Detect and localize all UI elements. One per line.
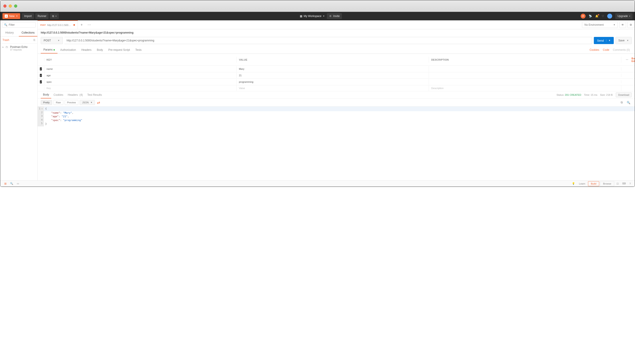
checkbox-checked-icon[interactable]: ✓ xyxy=(40,67,42,70)
req-tab-authorization[interactable]: Authorization xyxy=(58,46,78,53)
chevron-down-icon[interactable]: ▼ xyxy=(627,40,629,42)
find-icon[interactable]: 🔍 xyxy=(8,182,15,185)
view-pretty[interactable]: Pretty xyxy=(41,100,52,105)
unsaved-dot-icon xyxy=(74,24,75,26)
view-format-selector[interactable]: JSON ▼ xyxy=(80,100,95,105)
browse-mode-button[interactable]: Browse xyxy=(600,181,614,186)
save-button[interactable]: Save ▼ xyxy=(616,37,632,44)
console-icon[interactable]: ▭ xyxy=(15,182,21,185)
param-key[interactable]: age xyxy=(44,72,237,78)
http-method-selector[interactable]: POST ▼ xyxy=(41,37,63,44)
checkbox-checked-icon[interactable]: ✓ xyxy=(40,74,42,77)
invite-button[interactable]: ⛭ Invite xyxy=(327,13,342,19)
param-description[interactable] xyxy=(429,80,621,84)
response-json[interactable]: { "name": "Mary", "age": "21", "spec": "… xyxy=(44,106,635,126)
collection-name: Postman Echo xyxy=(10,46,28,48)
param-key-placeholder[interactable]: Key xyxy=(44,85,237,91)
view-preview[interactable]: Preview xyxy=(65,100,78,105)
res-tab-cookies[interactable]: Cookies xyxy=(51,92,65,98)
bootcamp-icon[interactable]: 💡 xyxy=(570,182,577,185)
url-input[interactable] xyxy=(64,37,592,44)
param-row[interactable]: ✓ name Mary xyxy=(38,66,635,72)
active-indicator-icon xyxy=(54,49,55,50)
satellite-icon[interactable]: 📡 xyxy=(589,14,592,18)
param-value[interactable]: 21 xyxy=(237,72,429,78)
maximize-window-icon[interactable] xyxy=(14,4,17,8)
req-tab-headers[interactable]: Headers xyxy=(78,46,94,53)
wrap-lines-icon[interactable]: ⇄ xyxy=(96,100,101,105)
res-tab-headers[interactable]: Headers (4) xyxy=(66,92,85,98)
chevron-down-icon[interactable]: ▼ xyxy=(606,40,610,42)
build-mode-button[interactable]: Build xyxy=(588,181,599,186)
gear-icon: ⚙ xyxy=(630,23,632,26)
view-raw[interactable]: Raw xyxy=(54,100,63,105)
minimize-window-icon[interactable] xyxy=(9,4,12,8)
plus-icon: + xyxy=(5,14,8,18)
req-tab-body[interactable]: Body xyxy=(94,46,106,53)
sidebar-toggle-icon[interactable]: ▥ xyxy=(2,182,8,185)
folder-icon: 🗀 xyxy=(6,46,8,48)
param-description-placeholder[interactable]: Description xyxy=(429,85,621,91)
traffic-lights xyxy=(3,4,17,8)
notifications-icon[interactable]: 🔔 xyxy=(595,14,598,18)
param-key[interactable]: name xyxy=(44,66,237,72)
comments-link[interactable]: Comments (0) xyxy=(611,46,632,53)
param-key[interactable]: spec xyxy=(44,79,237,85)
checkbox-checked-icon[interactable]: ✓ xyxy=(40,80,42,84)
req-tab-tests[interactable]: Tests xyxy=(133,46,144,53)
sidebar-filter[interactable]: 🔍 xyxy=(2,22,36,28)
close-window-icon[interactable] xyxy=(3,4,6,8)
download-button[interactable]: Download xyxy=(616,92,632,97)
param-description[interactable] xyxy=(429,74,621,77)
response-body[interactable]: 1 ▾2345 { "name": "Mary", "age": "21", "… xyxy=(38,106,635,126)
environment-preview-button[interactable]: 👁 xyxy=(619,22,626,28)
send-button[interactable]: Send ▼ xyxy=(594,37,614,44)
cookies-link[interactable]: Cookies xyxy=(588,46,601,53)
copy-icon[interactable]: ⧉ xyxy=(619,101,624,104)
param-row[interactable]: ✓ spec programming xyxy=(38,79,635,85)
param-description[interactable] xyxy=(429,67,621,70)
window-options-button[interactable]: ⧉ ▾ xyxy=(50,13,59,19)
settings-button[interactable]: ⚙ xyxy=(628,22,634,28)
param-row-new[interactable]: Key Value Description xyxy=(38,85,635,91)
avatar[interactable] xyxy=(607,14,612,18)
param-row[interactable]: ✓ age 21 xyxy=(38,72,635,79)
trash-link[interactable]: Trash xyxy=(2,38,9,42)
runner-button[interactable]: Runner xyxy=(35,13,48,19)
code-link[interactable]: Code xyxy=(601,46,611,53)
sidebar-tab-collections[interactable]: Collections xyxy=(19,29,37,36)
req-tab-prerequest[interactable]: Pre-request Script xyxy=(106,46,133,53)
help-icon[interactable]: ? xyxy=(628,182,632,185)
bulk-edit-link[interactable]: Bulk Edit xyxy=(630,56,635,64)
res-tab-test-results[interactable]: Test Results xyxy=(85,92,104,98)
new-tab-button[interactable]: + xyxy=(78,20,86,29)
search-icon: 🔍 xyxy=(4,23,8,26)
workspace-selector[interactable]: ▦ My Workspace ▼ xyxy=(298,13,327,19)
request-tab[interactable]: POST http://127.0.0.1:5000/students/ xyxy=(38,20,78,29)
new-button[interactable]: + New ▼ xyxy=(2,13,20,19)
param-value-placeholder[interactable]: Value xyxy=(237,85,429,91)
upgrade-button[interactable]: Upgrade ▾ xyxy=(615,13,632,19)
new-collection-icon[interactable]: ⎘ xyxy=(34,38,35,42)
res-tab-body[interactable]: Body xyxy=(41,91,51,98)
param-value[interactable]: Mary xyxy=(237,66,429,72)
people-icon: ⛭ xyxy=(329,14,332,18)
chevron-down-icon: ▼ xyxy=(323,15,325,17)
learn-label[interactable]: Learn xyxy=(577,182,588,185)
new-button-label: New xyxy=(9,14,14,18)
search-icon[interactable]: 🔍 xyxy=(626,101,632,104)
sidebar-filter-input[interactable] xyxy=(9,23,34,26)
sidebar-tab-history[interactable]: History xyxy=(0,29,19,36)
import-button[interactable]: Import xyxy=(22,13,34,19)
keyboard-shortcuts-icon[interactable]: ⌨ xyxy=(620,182,628,185)
heart-icon[interactable]: ♡ xyxy=(602,14,604,18)
environment-selector[interactable]: No Environment ▼ xyxy=(582,22,618,28)
tab-options-button[interactable]: ⋯ xyxy=(86,20,93,29)
sidebar: 🔍 History Collections Trash ⎘ ▸ 🗀 Postma… xyxy=(0,20,38,180)
collection-item[interactable]: ▸ 🗀 Postman Echo 37 requests xyxy=(0,44,37,53)
sync-icon[interactable]: ⟳ xyxy=(581,14,586,18)
two-pane-icon[interactable]: ◫ xyxy=(615,182,620,185)
params-more-button[interactable]: ⋯ xyxy=(624,57,630,63)
req-tab-params[interactable]: Params xyxy=(41,46,58,54)
param-value[interactable]: programming xyxy=(237,79,429,85)
